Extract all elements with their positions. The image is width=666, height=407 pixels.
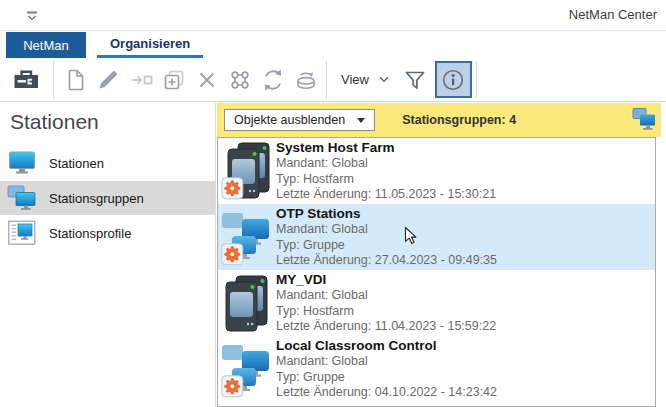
toolbar-separator bbox=[326, 61, 327, 99]
hostfarm-gear-icon bbox=[218, 142, 276, 200]
refresh-button[interactable] bbox=[256, 62, 289, 98]
database-icon bbox=[293, 67, 319, 93]
item-title: OTP Stations bbox=[276, 206, 497, 222]
item-mandant: Mandant: Global bbox=[276, 354, 497, 370]
view-group: View bbox=[341, 61, 472, 98]
list-item-my-vdi[interactable]: MY_VDI Mandant: Global Typ: Hostfarm Let… bbox=[218, 270, 655, 336]
mouse-cursor bbox=[404, 226, 418, 250]
group-count-label: Stationsgruppen: 4 bbox=[402, 113, 516, 127]
duplicate-icon bbox=[161, 67, 187, 93]
ribbon-tabs: NetMan Organisieren bbox=[0, 32, 203, 58]
toolbar: View bbox=[0, 58, 666, 102]
group-gear-icon bbox=[218, 340, 276, 398]
item-title: MY_VDI bbox=[276, 272, 496, 288]
info-button[interactable] bbox=[435, 61, 472, 98]
stationsgruppen-mini-icon bbox=[632, 107, 656, 137]
item-typ: Typ: Hostfarm bbox=[276, 304, 496, 320]
title-bar: NetMan Center bbox=[0, 0, 666, 31]
window-title: NetMan Center bbox=[569, 7, 657, 22]
item-typ: Typ: Gruppe bbox=[276, 370, 497, 386]
item-changed: Letzte Änderung: 11.05.2023 - 15:30:21 bbox=[276, 187, 496, 203]
command-icon bbox=[227, 67, 253, 93]
filter-funnel-icon bbox=[403, 68, 427, 92]
toolbox-icon bbox=[11, 66, 41, 94]
sidebar-item-stationsgruppen[interactable]: Stationsgruppen bbox=[0, 181, 215, 215]
list-item-local-classroom-control[interactable]: Local Classroom Control Mandant: Global … bbox=[218, 336, 655, 402]
item-mandant: Mandant: Global bbox=[276, 288, 496, 304]
hide-objects-label: Objekte ausblenden bbox=[234, 113, 345, 127]
dropdown-arrow-icon bbox=[357, 118, 365, 123]
item-changed: Letzte Änderung: 04.10.2022 - 14:23:42 bbox=[276, 385, 497, 401]
chevron-down-icon[interactable] bbox=[379, 76, 389, 83]
monitor-group-icon bbox=[7, 185, 37, 212]
info-icon bbox=[441, 68, 465, 92]
sidebar-header: Stationen bbox=[10, 110, 215, 134]
hide-objects-dropdown[interactable]: Objekte ausblenden bbox=[224, 109, 375, 131]
toolbar-separator bbox=[53, 61, 54, 99]
monitor-icon bbox=[7, 150, 37, 176]
assign-arrow-icon bbox=[128, 67, 154, 93]
shortcut-button[interactable] bbox=[223, 62, 256, 98]
list-item-otp-stations[interactable]: OTP Stations Mandant: Global Typ: Gruppe… bbox=[218, 204, 655, 270]
quick-access-customize-icon[interactable] bbox=[26, 8, 38, 26]
item-typ: Typ: Hostfarm bbox=[276, 172, 496, 188]
item-mandant: Mandant: Global bbox=[276, 222, 497, 238]
sidebar: Stationen Stationen Stationsgruppen bbox=[0, 103, 216, 407]
tab-netman[interactable]: NetMan bbox=[6, 32, 86, 58]
monitor-profile-icon bbox=[7, 220, 37, 246]
group-gear-icon bbox=[218, 208, 276, 266]
delete-button[interactable] bbox=[190, 62, 223, 98]
item-typ: Typ: Gruppe bbox=[276, 238, 497, 254]
tab-organisieren[interactable]: Organisieren bbox=[97, 32, 203, 58]
delete-x-icon bbox=[194, 67, 220, 93]
filter-bar: Objekte ausblenden Stationsgruppen: 4 bbox=[217, 103, 661, 137]
refresh-icon bbox=[260, 67, 286, 93]
item-title: Local Classroom Control bbox=[276, 338, 497, 354]
view-dropdown[interactable]: View bbox=[341, 72, 369, 87]
edit-button[interactable] bbox=[91, 62, 124, 98]
toolbar-separator bbox=[476, 61, 477, 99]
item-changed: Letzte Änderung: 11.04.2023 - 15:59:22 bbox=[276, 319, 496, 335]
duplicate-button[interactable] bbox=[157, 62, 190, 98]
stationsgruppen-list: System Host Farm Mandant: Global Typ: Ho… bbox=[217, 137, 656, 407]
sidebar-item-label: Stationsprofile bbox=[49, 226, 131, 241]
sidebar-item-stationen[interactable]: Stationen bbox=[0, 146, 215, 180]
new-document-button[interactable] bbox=[58, 62, 91, 98]
item-title: System Host Farm bbox=[276, 140, 496, 156]
sidebar-item-stationsprofile[interactable]: Stationsprofile bbox=[0, 216, 215, 250]
hostfarm-icon bbox=[218, 274, 276, 332]
sidebar-item-label: Stationen bbox=[49, 156, 104, 171]
new-document-icon bbox=[62, 67, 88, 93]
list-item-system-host-farm[interactable]: System Host Farm Mandant: Global Typ: Ho… bbox=[218, 138, 655, 204]
database-button[interactable] bbox=[289, 62, 322, 98]
filter-button[interactable] bbox=[399, 62, 431, 98]
sidebar-item-label: Stationsgruppen bbox=[49, 191, 144, 206]
item-mandant: Mandant: Global bbox=[276, 156, 496, 172]
assign-button[interactable] bbox=[124, 62, 157, 98]
edit-pencil-icon bbox=[95, 67, 121, 93]
toolbox-button[interactable] bbox=[3, 61, 49, 99]
item-changed: Letzte Änderung: 27.04.2023 - 09:49:35 bbox=[276, 253, 497, 269]
